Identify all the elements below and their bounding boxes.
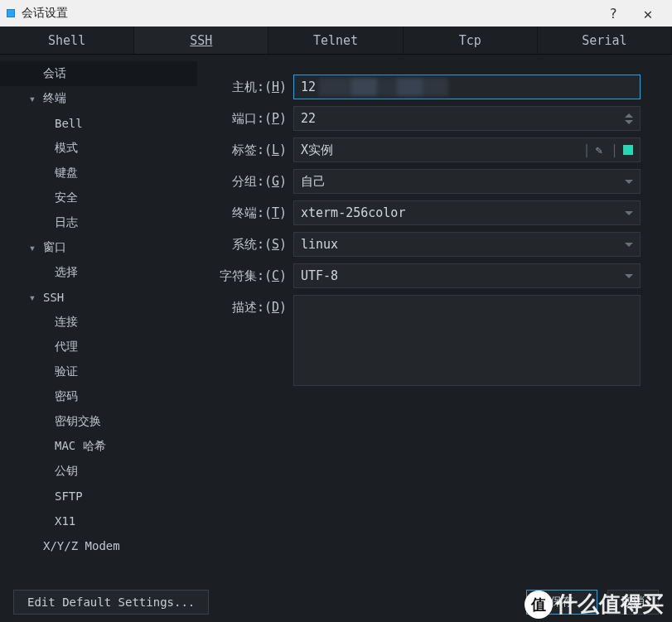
port-input[interactable]: 22 — [293, 106, 641, 131]
system-label: 系统:(S) — [215, 232, 287, 253]
system-select[interactable]: linux — [293, 232, 641, 257]
tree-item[interactable]: MAC 哈希 — [0, 434, 197, 459]
tree-item[interactable]: X11 — [0, 509, 197, 533]
tree-item[interactable]: 会话 — [0, 61, 197, 86]
tree-item[interactable]: 模式 — [0, 136, 197, 161]
settings-tree: 会话▾终端Bell模式键盘安全日志▾窗口选择▾SSH连接代理验证密码密钥交换MA… — [0, 55, 197, 582]
tree-item[interactable]: Bell — [0, 111, 197, 136]
chevron-down-icon — [625, 274, 633, 278]
tree-item-label: MAC 哈希 — [50, 439, 106, 454]
watermark-text: 什么值得买 — [556, 591, 664, 616]
port-spinner[interactable] — [625, 113, 633, 124]
edit-default-settings-button[interactable]: Edit Default Settings... — [13, 590, 209, 615]
tree-item-label: Bell — [50, 117, 83, 130]
charset-label: 字符集:(C) — [215, 263, 287, 284]
chevron-down-icon — [625, 211, 633, 215]
redacted-host — [319, 78, 448, 96]
host-input[interactable]: 12 — [293, 75, 641, 99]
tree-item[interactable]: 公钥 — [0, 459, 197, 484]
caret-icon: ▾ — [27, 241, 38, 254]
tree-item[interactable]: 验证 — [0, 359, 197, 384]
tab-telnet[interactable]: Telnet — [268, 27, 403, 54]
close-button[interactable]: ✕ — [631, 5, 665, 22]
host-label: 主机:(H) — [215, 75, 287, 95]
tag-label: 标签:(L) — [215, 137, 287, 158]
app-icon — [7, 9, 15, 17]
tree-item[interactable]: 代理 — [0, 335, 197, 359]
tree-item-label: SSH — [38, 291, 64, 304]
tree-item-label: SFTP — [50, 489, 83, 503]
main-area: 会话▾终端Bell模式键盘安全日志▾窗口选择▾SSH连接代理验证密码密钥交换MA… — [0, 55, 672, 582]
tree-item[interactable]: ▾窗口 — [0, 235, 197, 260]
tree-item-label: 选择 — [50, 265, 78, 280]
help-button[interactable]: ? — [596, 6, 631, 22]
tag-input[interactable]: X实例 | ✎ | — [293, 137, 641, 162]
tree-item-label: 密钥交换 — [50, 414, 101, 429]
tree-item[interactable]: SFTP — [0, 484, 197, 509]
group-label: 分组:(G) — [215, 169, 287, 190]
tree-item[interactable]: ▾终端 — [0, 86, 197, 111]
chevron-down-icon — [625, 243, 633, 247]
separator: | — [583, 142, 591, 157]
description-label: 描述:(D) — [215, 295, 287, 316]
tree-item-label: X/Y/Z Modem — [38, 539, 120, 552]
tree-item[interactable]: X/Y/Z Modem — [0, 533, 197, 558]
watermark-badge: 值 — [525, 591, 553, 619]
tree-item-label: 键盘 — [50, 166, 78, 181]
port-label: 端口:(P) — [215, 106, 287, 127]
tab-ssh[interactable]: SSH — [134, 27, 268, 54]
tree-item-label: 验证 — [50, 364, 78, 379]
window-title: 会话设置 — [22, 6, 596, 21]
tree-item[interactable]: 选择 — [0, 260, 197, 285]
tab-shell[interactable]: Shell — [0, 27, 134, 54]
charset-select[interactable]: UTF-8 — [293, 263, 641, 288]
terminal-select[interactable]: xterm-256color — [293, 200, 641, 225]
tree-item[interactable]: 安全 — [0, 186, 197, 210]
separator: | — [611, 142, 618, 157]
terminal-label: 终端:(T) — [215, 200, 287, 221]
color-swatch[interactable] — [623, 145, 633, 155]
title-bar: 会话设置 ? ✕ — [0, 0, 672, 27]
caret-icon: ▾ — [27, 92, 38, 105]
tree-item-label: 公钥 — [50, 464, 78, 479]
tab-tcp[interactable]: Tcp — [404, 27, 538, 54]
connection-type-tabs: Shell SSH Telnet Tcp Serial — [0, 27, 672, 55]
caret-icon: ▾ — [27, 291, 38, 304]
tree-item[interactable]: 键盘 — [0, 161, 197, 186]
tree-item-label: 窗口 — [38, 240, 66, 255]
tree-item-label: 日志 — [50, 215, 78, 230]
edit-icon[interactable]: ✎ — [596, 143, 602, 157]
session-form: 主机:(H) 12 端口:(P) 22 标签:(L) X实例 | ✎ | — [197, 55, 672, 582]
tree-item-label: 终端 — [38, 91, 66, 106]
tab-serial[interactable]: Serial — [538, 27, 672, 54]
tree-item[interactable]: 连接 — [0, 310, 197, 335]
tree-item-label: 连接 — [50, 315, 78, 330]
description-input[interactable] — [293, 295, 641, 386]
tree-item[interactable]: 密码 — [0, 384, 197, 409]
tree-item-label: 会话 — [38, 66, 66, 81]
group-select[interactable]: 自己 — [293, 169, 641, 194]
tree-item[interactable]: 日志 — [0, 210, 197, 235]
tree-item[interactable]: 密钥交换 — [0, 409, 197, 434]
tree-item-label: 模式 — [50, 141, 78, 156]
tree-item-label: 密码 — [50, 389, 78, 404]
tree-item-label: 代理 — [50, 340, 78, 354]
watermark: 值什么值得买 — [525, 590, 664, 620]
chevron-down-icon — [625, 180, 633, 184]
tree-item-label: X11 — [50, 514, 75, 528]
tree-item-label: 安全 — [50, 190, 78, 205]
tree-item[interactable]: ▾SSH — [0, 285, 197, 310]
